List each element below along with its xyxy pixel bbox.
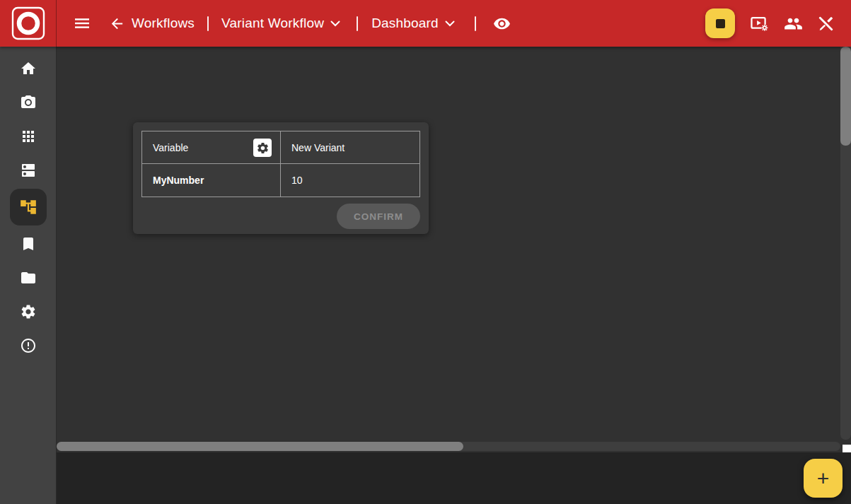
- preview-button[interactable]: [493, 15, 511, 33]
- horizontal-scrollbar-track[interactable]: [57, 442, 840, 451]
- dns-list-icon: [20, 162, 37, 179]
- sidebar-item-home[interactable]: [0, 52, 57, 86]
- stop-button[interactable]: [705, 8, 735, 38]
- column-header-new-variant: New Variant: [281, 131, 419, 164]
- variant-table: Variable New Variant MyNumber 10: [141, 131, 420, 197]
- error-icon: [20, 337, 37, 354]
- app-window: Workflows Variant Workflow Dashboard: [0, 0, 851, 504]
- column-header-new-variant-label: New Variant: [291, 142, 345, 153]
- app-logo: [0, 0, 57, 47]
- chevron-down-icon: [445, 20, 455, 27]
- workflow-name: Variant Workflow: [221, 16, 324, 31]
- breadcrumb-divider: [475, 16, 476, 31]
- sidebar-item-servers[interactable]: [0, 153, 57, 187]
- card-footer: CONFIRM: [141, 204, 420, 229]
- topbar-actions: [705, 8, 834, 38]
- hamburger-menu-icon: [74, 15, 91, 32]
- camera-icon: [20, 94, 37, 111]
- sidebar-item-bookmarks[interactable]: [0, 227, 57, 261]
- active-item-highlight: [10, 189, 47, 225]
- collaborators-button[interactable]: [784, 14, 803, 33]
- bottom-panel: +: [57, 452, 851, 504]
- sidebar-item-files[interactable]: [0, 261, 57, 295]
- column-header-variable: Variable: [142, 131, 281, 164]
- vertical-scrollbar-track[interactable]: [840, 47, 851, 440]
- variable-name: MyNumber: [153, 175, 204, 186]
- sidebar: [0, 47, 57, 504]
- variant-card: Variable New Variant MyNumber 10: [133, 122, 429, 234]
- eye-icon: [493, 15, 511, 33]
- sidebar-item-settings[interactable]: [0, 295, 57, 329]
- workflow-selector[interactable]: Variant Workflow: [221, 16, 340, 31]
- sidebar-item-workflows[interactable]: [0, 187, 57, 227]
- breadcrumb-section[interactable]: Workflows: [132, 16, 195, 31]
- recorder-settings-button[interactable]: [750, 14, 769, 33]
- top-app-bar: Workflows Variant Workflow Dashboard: [0, 0, 851, 47]
- home-icon: [20, 60, 37, 77]
- gear-icon: [20, 303, 37, 320]
- design-tools-icon: [818, 16, 834, 32]
- sidebar-item-alerts[interactable]: [0, 329, 57, 363]
- folder-icon: [20, 269, 37, 286]
- users-icon: [784, 14, 803, 33]
- chevron-down-icon: [330, 20, 340, 27]
- bookmark-icon: [20, 235, 37, 252]
- sidebar-item-camera[interactable]: [0, 86, 57, 119]
- plus-icon: +: [817, 468, 830, 489]
- variant-value: 10: [291, 175, 303, 186]
- video-settings-icon: [750, 14, 769, 33]
- workflow-tree-icon: [19, 198, 37, 216]
- gear-icon: [256, 141, 270, 155]
- add-button[interactable]: +: [804, 459, 843, 498]
- dashboard-canvas: Variable New Variant MyNumber 10: [57, 47, 840, 442]
- breadcrumb-divider: [357, 16, 358, 31]
- breadcrumb-divider: [207, 16, 209, 31]
- variable-name-cell: MyNumber: [142, 164, 281, 197]
- arrow-back-icon: [109, 16, 125, 32]
- confirm-button[interactable]: CONFIRM: [337, 204, 420, 229]
- vertical-scrollbar-thumb[interactable]: [840, 47, 851, 146]
- apps-grid-icon: [20, 128, 37, 145]
- logo-o-icon: [11, 6, 45, 40]
- view-selector[interactable]: Dashboard: [371, 16, 455, 31]
- horizontal-scrollbar-thumb[interactable]: [57, 442, 463, 451]
- tools-button[interactable]: [818, 16, 834, 32]
- variant-value-cell[interactable]: 10: [281, 164, 419, 197]
- column-header-variable-label: Variable: [153, 142, 188, 153]
- hamburger-menu-button[interactable]: [74, 15, 91, 32]
- back-button[interactable]: [109, 16, 125, 32]
- view-name: Dashboard: [371, 16, 439, 31]
- stop-icon: [716, 19, 725, 28]
- sidebar-item-apps[interactable]: [0, 119, 57, 153]
- variable-settings-button[interactable]: [253, 139, 272, 157]
